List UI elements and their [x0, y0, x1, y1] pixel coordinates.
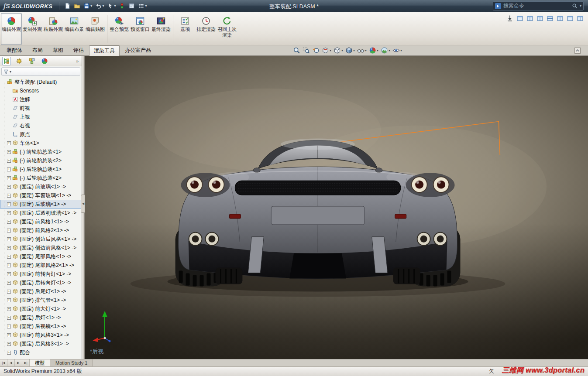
expander-icon[interactable]: +: [7, 141, 11, 145]
tree-item[interactable]: 整车装配 (Default): [0, 78, 82, 86]
chevron-down-icon[interactable]: ▾: [102, 4, 104, 8]
tree-item[interactable]: +(固定) 前风格1<1> ->: [0, 217, 82, 226]
tree-item[interactable]: +(固定) 后风格3<1> ->: [0, 339, 82, 348]
file-properties-icon[interactable]: [127, 2, 136, 10]
tree-item[interactable]: +(固定) 侧边后风格<1> ->: [0, 235, 82, 243]
expander-icon[interactable]: +: [7, 290, 11, 294]
expander-icon[interactable]: +: [7, 281, 11, 285]
tree-item[interactable]: +(-) 前轮胎总装<1>: [0, 147, 82, 156]
tree-item[interactable]: +(固定) 前大灯<1> ->: [0, 304, 82, 313]
panel-overflow-icon[interactable]: »: [76, 58, 79, 64]
expander-icon[interactable]: +: [7, 272, 11, 276]
edit-scene-button[interactable]: 编辑布景: [64, 13, 85, 45]
window-split-vertical-icon[interactable]: [526, 15, 533, 22]
tree-item[interactable]: 注解: [0, 95, 82, 104]
tree-item[interactable]: +(固定) 尾部风格<1> ->: [0, 252, 82, 261]
expander-icon[interactable]: +: [7, 229, 11, 232]
expander-icon[interactable]: +: [7, 237, 11, 241]
schedule-render-button[interactable]: 排定渲染: [196, 13, 217, 45]
expander-icon[interactable]: +: [7, 159, 11, 163]
chevron-down-icon[interactable]: ▾: [145, 4, 147, 8]
integrated-preview-button[interactable]: 整合预览: [109, 13, 130, 45]
expander-icon[interactable]: +: [7, 211, 11, 215]
paste-appearance-button[interactable]: 粘贴外观: [43, 13, 64, 45]
tab-render-tools[interactable]: 渲染工具: [89, 45, 120, 56]
window-cascade-icon[interactable]: [557, 15, 564, 22]
expander-icon[interactable]: +: [7, 185, 11, 189]
new-document-icon[interactable]: [63, 2, 72, 10]
chevron-down-icon[interactable]: ▾: [330, 48, 331, 52]
window-arrange-icon[interactable]: [577, 15, 584, 22]
preview-window-button[interactable]: 预览窗口: [130, 13, 151, 45]
expander-icon[interactable]: +: [7, 351, 11, 355]
tree-item[interactable]: +(固定) 后转向灯<1> ->: [0, 278, 82, 287]
expander-icon[interactable]: +: [7, 333, 11, 337]
tree-item[interactable]: +(固定) 后玻璃<1> ->: [0, 200, 82, 209]
tree-item[interactable]: +(固定) 前风格2<1> ->: [0, 226, 82, 235]
tree-item[interactable]: 上视: [0, 113, 82, 121]
chevron-down-icon[interactable]: ▾: [341, 48, 343, 52]
collapse-ribbon-icon[interactable]: [574, 47, 581, 54]
chevron-down-icon[interactable]: ▾: [389, 48, 390, 52]
tree-item[interactable]: +(固定) 后视镜<1> ->: [0, 322, 82, 331]
zoom-fit-icon[interactable]: [292, 46, 301, 55]
search-icon[interactable]: [572, 3, 578, 9]
save-icon[interactable]: ▾: [83, 2, 93, 10]
apply-scene-icon[interactable]: ▾: [380, 46, 391, 55]
tab-model[interactable]: 模型: [30, 359, 50, 366]
next-tab-icon[interactable]: ▶: [15, 359, 22, 366]
view-orientation-icon[interactable]: ▾: [333, 46, 344, 55]
window-single-icon[interactable]: [567, 15, 574, 22]
horizontal-scrollbar[interactable]: [93, 359, 588, 366]
chevron-down-icon[interactable]: ▾: [10, 70, 11, 74]
chevron-down-icon[interactable]: ▾: [400, 48, 402, 52]
expander-icon[interactable]: +: [7, 307, 11, 311]
previous-view-icon[interactable]: [312, 46, 320, 55]
expander-icon[interactable]: +: [7, 202, 11, 206]
expander-icon[interactable]: +: [7, 316, 11, 320]
tab-layout[interactable]: 布局: [28, 45, 48, 55]
tree-item[interactable]: +(-) 前轮胎总装<2>: [0, 156, 82, 165]
tree-item[interactable]: +(固定) 排气管<1> ->: [0, 296, 82, 304]
feature-manager-tab[interactable]: [2, 57, 11, 65]
section-view-icon[interactable]: ▾: [321, 46, 332, 55]
tree-item[interactable]: +(-) 后轮胎总装<1>: [0, 165, 82, 174]
expander-icon[interactable]: +: [7, 167, 11, 171]
tree-item[interactable]: +(固定) 前玻璃<1> ->: [0, 182, 82, 191]
tree-item[interactable]: +(固定) 侧边前风格<1> ->: [0, 243, 82, 252]
tree-item[interactable]: +(固定) 后尾灯<1> ->: [0, 287, 82, 296]
expander-icon[interactable]: +: [7, 150, 11, 154]
tab-evaluate[interactable]: 评估: [69, 45, 89, 55]
tree-item[interactable]: +车体<1>: [0, 139, 82, 147]
tree-item[interactable]: 右视: [0, 121, 82, 130]
display-style-icon[interactable]: ▾: [345, 46, 355, 55]
rebuild-icon[interactable]: [118, 2, 126, 10]
orientation-triad[interactable]: [92, 308, 118, 342]
copy-appearance-button[interactable]: 复制外观: [22, 13, 43, 45]
expander-icon[interactable]: +: [7, 246, 11, 250]
tree-item[interactable]: +(固定) 后透明玻璃<1> ->: [0, 209, 82, 217]
chevron-down-icon[interactable]: ▾: [114, 4, 116, 8]
edit-appearance-button[interactable]: 编辑外观: [1, 13, 22, 45]
tab-office-products[interactable]: 办公室产品: [120, 45, 156, 55]
chevron-down-icon[interactable]: ▾: [580, 4, 581, 8]
edit-decal-button[interactable]: 编辑贴图: [85, 13, 106, 45]
view-settings-icon[interactable]: ▾: [392, 46, 402, 55]
property-manager-tab[interactable]: [15, 57, 24, 65]
tree-item[interactable]: +(固定) 前转向灯<1> ->: [0, 270, 82, 278]
expander-icon[interactable]: +: [7, 220, 11, 224]
tree-item[interactable]: +(固定) 车窗玻璃<1> ->: [0, 191, 82, 200]
tab-sketch[interactable]: 草图: [48, 45, 68, 55]
chevron-down-icon[interactable]: ▾: [353, 48, 355, 52]
save-image-icon[interactable]: [506, 15, 513, 22]
expander-icon[interactable]: +: [7, 176, 11, 180]
tree-item[interactable]: +配合: [0, 348, 82, 357]
zoom-area-icon[interactable]: [302, 46, 310, 55]
window-split-vertical-2-icon[interactable]: [536, 15, 543, 22]
tree-item[interactable]: +(固定) 前风格3<1> ->: [0, 331, 82, 339]
chevron-down-icon[interactable]: ▾: [365, 48, 367, 52]
edit-appearance-icon[interactable]: ▾: [368, 46, 379, 55]
tree-item[interactable]: +(固定) 尾部风格2<1> ->: [0, 261, 82, 270]
hide-show-items-icon[interactable]: ▾: [357, 46, 367, 55]
first-tab-icon[interactable]: |◀: [0, 359, 7, 366]
